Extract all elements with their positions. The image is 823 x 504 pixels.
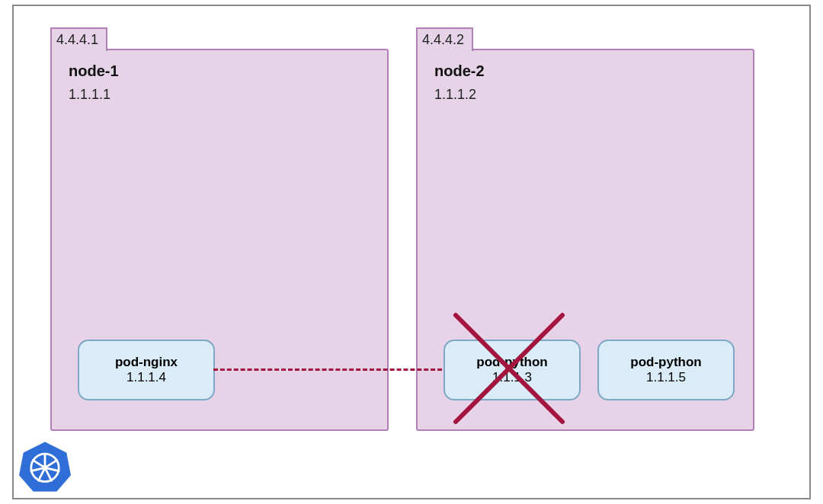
pod-ip-label: 1.1.1.4 [126, 370, 166, 385]
node-tab-ip-1: 4.4.4.1 [50, 27, 107, 51]
connection-line [213, 368, 442, 371]
pod-python-crossed: pod-python 1.1.1.3 [444, 340, 581, 400]
pod-name-label: pod-nginx [115, 355, 178, 370]
node-title-1: node-1 [69, 62, 119, 80]
node-title-2: node-2 [434, 62, 485, 80]
node-internal-ip-1: 1.1.1.1 [69, 87, 110, 103]
kubernetes-icon [18, 440, 72, 493]
outer-frame: 4.4.4.1 node-1 1.1.1.1 pod-nginx 1.1.1.4… [12, 5, 811, 499]
diagram-canvas: 4.4.4.1 node-1 1.1.1.1 pod-nginx 1.1.1.4… [0, 0, 823, 504]
pod-nginx: pod-nginx 1.1.1.4 [78, 340, 215, 400]
pod-ip-label: 1.1.1.3 [492, 370, 532, 385]
node-tab-ip-2: 4.4.4.2 [416, 27, 473, 51]
node-box-node-2: 4.4.4.2 node-2 1.1.1.2 pod-python 1.1.1.… [416, 49, 754, 431]
node-internal-ip-2: 1.1.1.2 [434, 87, 476, 103]
pod-ip-label: 1.1.1.5 [646, 370, 686, 385]
node-box-node-1: 4.4.4.1 node-1 1.1.1.1 pod-nginx 1.1.1.4 [50, 49, 389, 431]
pod-name-label: pod-python [476, 355, 547, 370]
pod-python-alive: pod-python 1.1.1.5 [597, 340, 735, 400]
pod-name-label: pod-python [630, 355, 701, 370]
